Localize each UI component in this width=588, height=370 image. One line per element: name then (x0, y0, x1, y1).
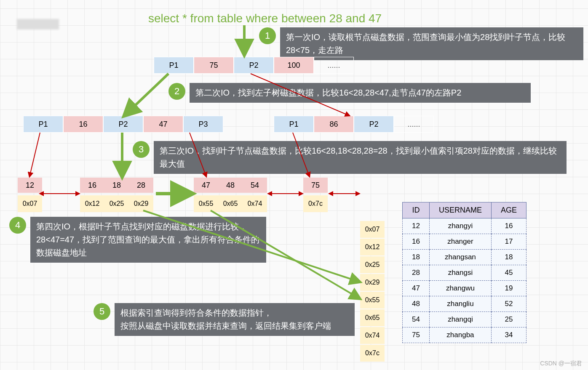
step-text-1: 第一次IO，读取根节点磁盘数据，范围查询最小值为28找到叶子节点，比较28<75… (280, 27, 583, 60)
table-row: 16zhanger17 (403, 234, 527, 250)
table-row: 12zhangyi16 (403, 218, 527, 234)
right-child-node: P1 86 P2 ...... (274, 116, 434, 133)
addr-5: 0x65 (360, 309, 385, 326)
table-cell: zhangsi (429, 265, 491, 281)
addr-0: 0x07 (360, 221, 385, 238)
step-badge-2: 2 (168, 83, 185, 100)
left-child-node: P1 16 P2 47 P3 (23, 116, 223, 133)
addr-1: 0x12 (360, 239, 385, 256)
step-1: 1 第一次IO，读取根节点磁盘数据，范围查询最小值为28找到叶子节点，比较28<… (259, 27, 583, 60)
table-cell: 34 (491, 327, 526, 343)
th-age: AGE (491, 202, 526, 218)
lc-p1: P1 (23, 116, 63, 133)
table-cell: zhangsan (429, 250, 491, 265)
rc-p1: P1 (274, 116, 314, 133)
leaf2-k0: 16 (80, 178, 104, 193)
table-cell: zhangwu (429, 281, 491, 296)
table-row: 54zhangqi25 (403, 312, 527, 327)
leaf1-a0: 0x07 (18, 195, 42, 212)
leaf4-a0: 0x7c (303, 195, 328, 212)
table-cell: 45 (491, 265, 526, 281)
root-dots: ...... (314, 57, 354, 74)
table-cell: 75 (403, 327, 430, 343)
leaf3-a0: 0x55 (194, 195, 218, 212)
table-cell: 17 (491, 234, 526, 250)
leaf2-a2: 0x29 (129, 195, 153, 212)
step-badge-3: 3 (133, 141, 150, 158)
leaf3-k1: 48 (218, 178, 243, 193)
th-id: ID (403, 202, 430, 218)
leaf3-a2: 0x74 (243, 195, 267, 212)
th-username: USERNAME (429, 202, 491, 218)
addr-7: 0x7c (360, 345, 385, 362)
table-row: 28zhangsi45 (403, 265, 527, 281)
table-cell: 48 (403, 296, 430, 312)
leaf2-k2: 28 (129, 178, 153, 193)
root-node: P1 75 P2 100 ...... (154, 57, 354, 74)
table-cell: zhangqi (429, 312, 491, 327)
step-3: 3 第三次IO，找到叶子节点磁盘数据，比较16<28,18<28,28=28，找… (133, 141, 567, 174)
addr-3: 0x29 (360, 274, 385, 291)
data-table: ID USERNAME AGE 12zhangyi1616zhanger1718… (402, 202, 527, 343)
step-4: 4 第四次IO，根据叶子节点找到对应的磁盘数据进行比较，28<47=47，找到了… (9, 217, 266, 263)
addr-6: 0x74 (360, 327, 385, 344)
step-text-4: 第四次IO，根据叶子节点找到对应的磁盘数据进行比较，28<47=47，找到了范围… (30, 217, 266, 263)
table-cell: 19 (491, 281, 526, 296)
table-cell: 52 (491, 296, 526, 312)
root-p2: P2 (234, 57, 274, 74)
table-row: 48zhangliu52 (403, 296, 527, 312)
blur-redaction (17, 19, 59, 29)
step-badge-4: 4 (9, 217, 26, 234)
rc-k1: 86 (314, 116, 354, 133)
lc-k1: 16 (63, 116, 103, 133)
lc-p2: P2 (103, 116, 143, 133)
leaf4-k0: 75 (303, 178, 328, 193)
leaf2-a0: 0x12 (80, 195, 104, 212)
data-table-wrap: ID USERNAME AGE 12zhangyi1616zhanger1718… (402, 202, 527, 343)
step-text-2: 第二次IO，找到左子树磁盘数据，比较16<28,28<47,走节点47的左路P2 (190, 83, 531, 103)
leaf3-k2: 54 (243, 178, 267, 193)
table-cell: zhanger (429, 234, 491, 250)
leaf-3: 47 48 54 0x55 0x65 0x74 (194, 178, 267, 212)
root-p1: P1 (154, 57, 194, 74)
table-cell: 54 (403, 312, 430, 327)
table-cell: zhangba (429, 327, 491, 343)
step-text-5: 根据索引查询得到符合条件的数据指针， 按照从磁盘中读取数据并结束查询，返回结果集… (115, 303, 355, 336)
table-cell: 16 (403, 234, 430, 250)
step-2: 2 第二次IO，找到左子树磁盘数据，比较16<28,28<47,走节点47的左路… (168, 83, 531, 103)
addr-4: 0x55 (360, 292, 385, 309)
leaf-4: 75 0x7c (303, 178, 328, 212)
table-cell: zhangyi (429, 218, 491, 234)
leaf1-k0: 12 (18, 178, 42, 193)
leaf2-k1: 18 (104, 178, 129, 193)
root-k2: 100 (274, 57, 314, 74)
table-cell: 18 (403, 250, 430, 265)
step-5: 5 根据索引查询得到符合条件的数据指针， 按照从磁盘中读取数据并结束查询，返回结… (94, 303, 355, 336)
step-badge-5: 5 (94, 303, 110, 320)
table-row: 18zhangsan18 (403, 250, 527, 265)
table-cell: 12 (403, 218, 430, 234)
rc-dots: ...... (394, 116, 434, 133)
leaf3-k0: 47 (194, 178, 218, 193)
lc-p3: P3 (183, 116, 223, 133)
leaf-2: 16 18 28 0x12 0x25 0x29 (80, 178, 153, 212)
rc-p2: P2 (354, 116, 394, 133)
table-cell: 28 (403, 265, 430, 281)
table-cell: 25 (491, 312, 526, 327)
leaf3-a1: 0x65 (218, 195, 243, 212)
leaf2-a1: 0x25 (104, 195, 129, 212)
root-k1: 75 (194, 57, 234, 74)
table-cell: 16 (491, 218, 526, 234)
table-cell: 47 (403, 281, 430, 296)
table-row: 75zhangba34 (403, 327, 527, 343)
query-title: select * from table where between 28 and… (148, 12, 382, 25)
step-badge-1: 1 (259, 27, 276, 44)
address-list: 0x07 0x12 0x25 0x29 0x55 0x65 0x74 0x7c (360, 221, 385, 362)
table-cell: 18 (491, 250, 526, 265)
table-cell: zhangliu (429, 296, 491, 312)
step-text-3: 第三次IO，找到叶子节点磁盘数据，比较16<28,18<28,28=28，找到最… (154, 141, 567, 174)
leaf-1: 12 0x07 (18, 178, 42, 212)
table-row: 47zhangwu19 (403, 281, 527, 296)
addr-2: 0x25 (360, 256, 385, 273)
lc-k2: 47 (143, 116, 183, 133)
